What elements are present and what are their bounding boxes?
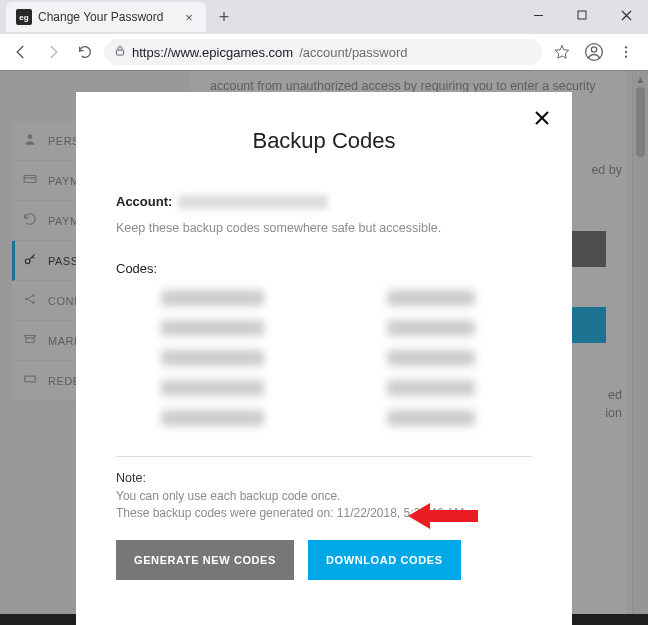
backup-codes-list — [116, 290, 532, 440]
window-maximize-button[interactable] — [560, 0, 604, 30]
backup-code-redacted — [161, 290, 265, 306]
url-input[interactable]: https://www.epicgames.com/account/passwo… — [104, 39, 542, 65]
close-tab-icon[interactable]: × — [182, 10, 196, 24]
backup-code-redacted — [161, 320, 265, 336]
back-button[interactable] — [8, 39, 34, 65]
divider — [116, 456, 532, 457]
url-path: /account/password — [299, 45, 407, 60]
backup-code-redacted — [387, 380, 476, 396]
menu-icon[interactable] — [612, 38, 640, 66]
backup-code-redacted — [387, 410, 476, 426]
note-label: Note: — [116, 471, 532, 485]
backup-code-redacted — [161, 380, 265, 396]
browser-tab[interactable]: eg Change Your Password × — [6, 2, 206, 32]
codes-label: Codes: — [116, 261, 532, 276]
note-line2: These backup codes were generated on: 11… — [116, 506, 464, 520]
tab-favicon: eg — [16, 9, 32, 25]
account-value-redacted — [178, 195, 328, 209]
forward-button[interactable] — [40, 39, 66, 65]
tab-bar: eg Change Your Password × + — [0, 0, 648, 34]
backup-codes-modal: Backup Codes Account: Keep these backup … — [76, 92, 572, 625]
account-label: Account: — [116, 194, 172, 209]
backup-code-redacted — [387, 290, 476, 306]
browser-chrome: eg Change Your Password × + — [0, 0, 648, 71]
reload-button[interactable] — [72, 39, 98, 65]
backup-code-redacted — [161, 410, 265, 426]
close-button[interactable] — [530, 106, 554, 130]
modal-overlay[interactable]: Backup Codes Account: Keep these backup … — [0, 70, 648, 625]
keep-safe-text: Keep these backup codes somewhere safe b… — [116, 221, 532, 235]
generate-codes-button[interactable]: GENERATE NEW CODES — [116, 540, 294, 580]
window-close-button[interactable] — [604, 0, 648, 30]
address-bar: https://www.epicgames.com/account/passwo… — [0, 34, 648, 70]
window-controls — [516, 0, 648, 30]
modal-actions: GENERATE NEW CODES DOWNLOAD CODES — [116, 540, 532, 580]
tab-title: Change Your Password — [38, 10, 176, 24]
svg-rect-4 — [117, 50, 124, 55]
backup-code-redacted — [387, 350, 476, 366]
svg-rect-1 — [578, 11, 586, 19]
svg-point-6 — [591, 47, 596, 52]
svg-point-8 — [625, 51, 627, 53]
window-minimize-button[interactable] — [516, 0, 560, 30]
new-tab-button[interactable]: + — [210, 3, 238, 31]
modal-title: Backup Codes — [116, 128, 532, 154]
lock-icon — [114, 45, 126, 60]
note-text: You can only use each backup code once. … — [116, 488, 532, 522]
backup-code-redacted — [161, 350, 265, 366]
svg-point-7 — [625, 46, 627, 48]
profile-icon[interactable] — [580, 38, 608, 66]
star-icon[interactable] — [548, 38, 576, 66]
svg-point-9 — [625, 56, 627, 58]
backup-code-redacted — [387, 320, 476, 336]
download-codes-button[interactable]: DOWNLOAD CODES — [308, 540, 461, 580]
note-line1: You can only use each backup code once. — [116, 489, 340, 503]
url-host: https://www.epicgames.com — [132, 45, 293, 60]
